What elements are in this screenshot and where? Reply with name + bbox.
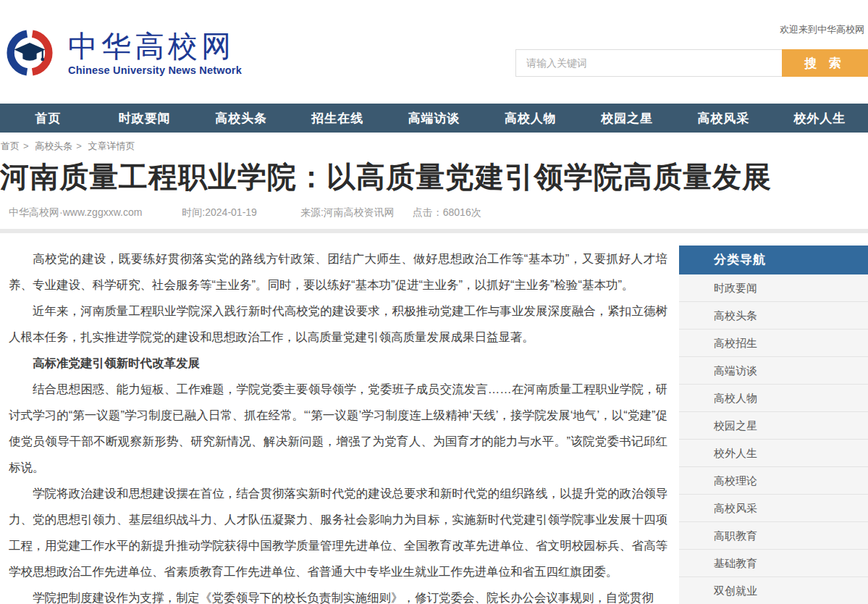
meta-site: 中华高校网·www.zggxxw.com <box>9 206 142 219</box>
welcome-text: 欢迎来到中华高校网 <box>780 23 864 36</box>
sidebar-category-link[interactable]: 高校人物 <box>679 385 868 412</box>
nav-item[interactable]: 校园之星 <box>578 104 675 133</box>
breadcrumb-separator: > <box>76 140 82 151</box>
page: { "header": { "welcome": "欢迎来到中华高校网", "l… <box>0 0 868 604</box>
article-paragraphs-bottom: 结合思想困惑、能力短板、工作难题，学院党委主要领导领学，党委班子成员交流发言……… <box>9 376 667 604</box>
nav-item[interactable]: 高校风采 <box>675 104 772 133</box>
nav-item[interactable]: 高校头条 <box>193 104 289 133</box>
search-input[interactable] <box>515 49 782 77</box>
breadcrumb-separator: > <box>23 140 29 151</box>
article-paragraph: 学院将政治建设和思想建设摆在首位，结合贯彻落实新时代党的建设总要求和新时代党的组… <box>9 480 667 584</box>
sidebar-title: 分类导航 <box>679 246 868 274</box>
nav-item[interactable]: 高端访谈 <box>386 104 482 133</box>
logo-subtitle: Chinese University News Network <box>68 64 242 76</box>
breadcrumb: 首页> 高校头条> 文章详情页> <box>1 140 868 153</box>
sidebar-category-link[interactable]: 高职教育 <box>679 522 868 550</box>
page-title: 河南质量工程职业学院：以高质量党建引领学院高质量发展 <box>0 159 868 195</box>
nav-item[interactable]: 招生在线 <box>290 104 386 133</box>
breadcrumb-link[interactable]: 首页 <box>1 140 20 151</box>
graduation-cap-logo-icon <box>3 24 56 82</box>
nav-item[interactable]: 校外人生 <box>772 104 868 133</box>
sidebar-category-link[interactable]: 高校理论 <box>679 467 868 495</box>
article-paragraph: 结合思想困惑、能力短板、工作难题，学院党委主要领导领学，党委班子成员交流发言……… <box>9 376 667 480</box>
nav-item[interactable]: 高校人物 <box>482 104 578 133</box>
meta-source: 来源:河南高校资讯网 <box>300 206 395 219</box>
article-paragraph: 近年来，河南质量工程职业学院深入践行新时代高校党的建设要求，积极推动党建工作与事… <box>9 298 667 350</box>
site-logo[interactable]: 中华高校网 Chinese University News Network <box>3 24 242 82</box>
sidebar-category-link[interactable]: 校园之星 <box>679 412 868 440</box>
breadcrumb-link[interactable]: 高校头条 <box>35 140 72 151</box>
sidebar-category-link[interactable]: 高校招生 <box>679 330 868 357</box>
sidebar-category-link[interactable]: 校外人生 <box>679 440 868 467</box>
article-paragraphs-top: 高校党的建设，既要练好贯彻落实党的路线方针政策、团结广大师生、做好思想政治工作等… <box>9 246 667 350</box>
main-content: 高校党的建设，既要练好贯彻落实党的路线方针政策、团结广大师生、做好思想政治工作等… <box>0 233 868 604</box>
sidebar-category-link[interactable]: 高校风采 <box>679 495 868 522</box>
sidebar-category-link[interactable]: 时政要闻 <box>679 274 868 302</box>
article-paragraph: 学院把制度建设作为支撑，制定《党委领导下的校长负责制实施细则》，修订党委会、院长… <box>9 584 667 604</box>
search-button[interactable]: 搜 索 <box>782 49 868 77</box>
sidebar-category-link[interactable]: 高端访谈 <box>679 357 868 385</box>
category-sidebar: 分类导航 时政要闻 高校头条 高校招生 高端访谈 高校人物 校园之星 校外人生 … <box>679 246 868 604</box>
nav-item[interactable]: 时政要闻 <box>96 104 193 133</box>
header: 欢迎来到中华高校网 中华高校网 Chinese University News … <box>0 0 868 104</box>
breadcrumb-link[interactable]: 文章详情页 <box>88 140 135 151</box>
sidebar-category-link[interactable]: 基础教育 <box>679 550 868 577</box>
sidebar-category-link[interactable]: 双创就业 <box>679 577 868 604</box>
article-meta: 中华高校网·www.zggxxw.com 时间:2024-01-19 来源:河南… <box>9 206 868 219</box>
logo-title: 中华高校网 <box>68 30 242 62</box>
article-body: 高校党的建设，既要练好贯彻落实党的路线方针政策、团结广大师生、做好思想政治工作等… <box>0 246 679 604</box>
meta-clicks: 点击：68016次 <box>413 206 481 219</box>
logo-text: 中华高校网 Chinese University News Network <box>68 30 242 76</box>
nav-item[interactable]: 首页 <box>0 104 96 133</box>
sidebar-list: 时政要闻 高校头条 高校招生 高端访谈 高校人物 校园之星 校外人生 高校理论 … <box>679 274 868 604</box>
main-nav: 首页 时政要闻 高校头条 招生在线 高端访谈 高校人物 校园之星 高校风采 校外… <box>0 104 868 133</box>
search-bar: 搜 索 <box>515 49 868 77</box>
article-paragraph: 高校党的建设，既要练好贯彻落实党的路线方针政策、团结广大师生、做好思想政治工作等… <box>9 246 667 298</box>
sidebar-category-link[interactable]: 高校头条 <box>679 302 868 330</box>
meta-time: 时间:2024-01-19 <box>182 206 257 219</box>
article-subheading: 高标准党建引领新时代改革发展 <box>9 350 667 376</box>
